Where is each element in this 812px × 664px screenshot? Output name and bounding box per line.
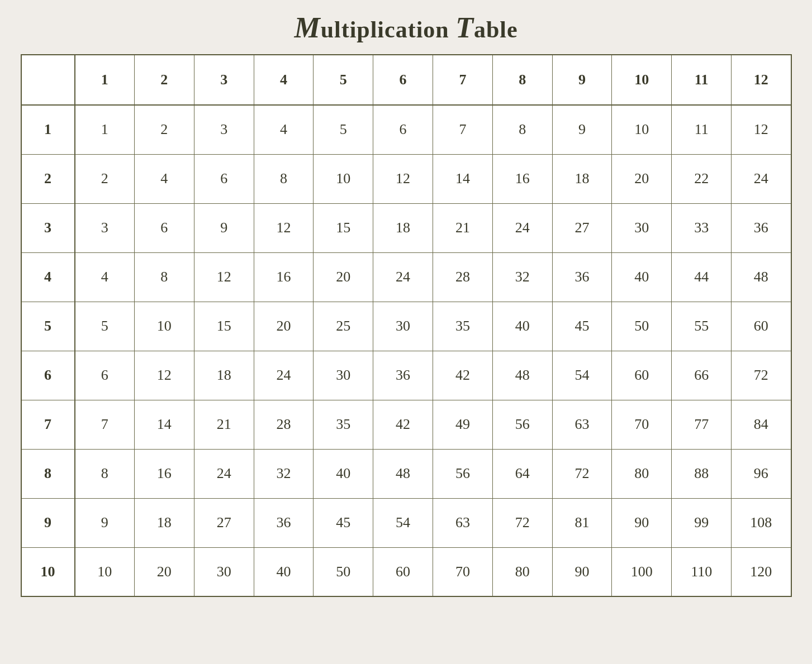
cell-9-7: 63 bbox=[433, 498, 493, 547]
cell-4-9: 36 bbox=[552, 252, 612, 302]
cell-8-8: 64 bbox=[492, 449, 552, 498]
row-header-6: 6 bbox=[21, 351, 75, 400]
col-header-10: 10 bbox=[612, 55, 672, 105]
cell-8-7: 56 bbox=[433, 449, 493, 498]
cell-7-12: 84 bbox=[732, 400, 791, 449]
cell-1-12: 12 bbox=[732, 105, 791, 154]
cell-2-4: 8 bbox=[254, 154, 314, 203]
cell-7-5: 35 bbox=[314, 400, 373, 449]
cell-1-9: 9 bbox=[552, 105, 612, 154]
cell-2-10: 20 bbox=[612, 154, 672, 203]
cell-3-4: 12 bbox=[254, 203, 314, 252]
cell-9-4: 36 bbox=[254, 498, 314, 547]
cell-4-10: 40 bbox=[612, 252, 672, 302]
cell-7-8: 56 bbox=[492, 400, 552, 449]
cell-9-9: 81 bbox=[552, 498, 612, 547]
table-row: 5 5 10 15 20 25 30 35 40 45 50 55 60 bbox=[21, 302, 791, 351]
cell-1-1: 1 bbox=[75, 105, 135, 154]
cell-10-12: 120 bbox=[732, 547, 791, 596]
cell-4-5: 20 bbox=[314, 252, 373, 302]
col-header-7: 7 bbox=[433, 55, 493, 105]
cell-1-4: 4 bbox=[254, 105, 314, 154]
cell-2-3: 6 bbox=[194, 154, 254, 203]
col-header-12: 12 bbox=[732, 55, 791, 105]
cell-9-10: 90 bbox=[612, 498, 672, 547]
cell-3-10: 30 bbox=[612, 203, 672, 252]
cell-5-12: 60 bbox=[732, 302, 791, 351]
cell-1-8: 8 bbox=[492, 105, 552, 154]
cell-8-5: 40 bbox=[314, 449, 373, 498]
cell-6-5: 30 bbox=[314, 351, 373, 400]
cell-10-9: 90 bbox=[552, 547, 612, 596]
cell-3-9: 27 bbox=[552, 203, 612, 252]
cell-3-6: 18 bbox=[373, 203, 433, 252]
cell-5-10: 50 bbox=[612, 302, 672, 351]
row-header-8: 8 bbox=[21, 449, 75, 498]
cell-4-11: 44 bbox=[672, 252, 732, 302]
col-header-5: 5 bbox=[314, 55, 373, 105]
cell-6-3: 18 bbox=[194, 351, 254, 400]
cell-9-12: 108 bbox=[732, 498, 791, 547]
cell-7-4: 28 bbox=[254, 400, 314, 449]
cell-4-1: 4 bbox=[75, 252, 135, 302]
cell-2-7: 14 bbox=[433, 154, 493, 203]
cell-4-3: 12 bbox=[194, 252, 254, 302]
cell-8-11: 88 bbox=[672, 449, 732, 498]
cell-6-1: 6 bbox=[75, 351, 135, 400]
cell-6-2: 12 bbox=[134, 351, 194, 400]
cell-6-8: 48 bbox=[492, 351, 552, 400]
table-row: 7 7 14 21 28 35 42 49 56 63 70 77 84 bbox=[21, 400, 791, 449]
cell-4-8: 32 bbox=[492, 252, 552, 302]
row-header-4: 4 bbox=[21, 252, 75, 302]
multiplication-table: 1 2 3 4 5 6 7 8 9 10 11 12 1 1 2 3 4 5 6… bbox=[21, 54, 792, 597]
row-header-7: 7 bbox=[21, 400, 75, 449]
cell-8-9: 72 bbox=[552, 449, 612, 498]
cell-6-4: 24 bbox=[254, 351, 314, 400]
cell-8-4: 32 bbox=[254, 449, 314, 498]
cell-5-9: 45 bbox=[552, 302, 612, 351]
col-header-4: 4 bbox=[254, 55, 314, 105]
header-row: 1 2 3 4 5 6 7 8 9 10 11 12 bbox=[21, 55, 791, 105]
col-header-1: 1 bbox=[75, 55, 135, 105]
cell-6-7: 42 bbox=[433, 351, 493, 400]
table-row: 1 1 2 3 4 5 6 7 8 9 10 11 12 bbox=[21, 105, 791, 154]
cell-3-8: 24 bbox=[492, 203, 552, 252]
cell-2-6: 12 bbox=[373, 154, 433, 203]
cell-10-2: 20 bbox=[134, 547, 194, 596]
cell-2-9: 18 bbox=[552, 154, 612, 203]
cell-4-7: 28 bbox=[433, 252, 493, 302]
cell-9-2: 18 bbox=[134, 498, 194, 547]
cell-1-10: 10 bbox=[612, 105, 672, 154]
cell-8-3: 24 bbox=[194, 449, 254, 498]
row-header-1: 1 bbox=[21, 105, 75, 154]
cell-6-6: 36 bbox=[373, 351, 433, 400]
row-header-10: 10 bbox=[21, 547, 75, 596]
cell-9-6: 54 bbox=[373, 498, 433, 547]
cell-2-8: 16 bbox=[492, 154, 552, 203]
table-row: 2 2 4 6 8 10 12 14 16 18 20 22 24 bbox=[21, 154, 791, 203]
cell-2-2: 4 bbox=[134, 154, 194, 203]
cell-10-11: 110 bbox=[672, 547, 732, 596]
cell-2-11: 22 bbox=[672, 154, 732, 203]
cell-1-7: 7 bbox=[433, 105, 493, 154]
cell-7-9: 63 bbox=[552, 400, 612, 449]
cell-10-3: 30 bbox=[194, 547, 254, 596]
col-header-8: 8 bbox=[492, 55, 552, 105]
cell-7-7: 49 bbox=[433, 400, 493, 449]
cell-5-6: 30 bbox=[373, 302, 433, 351]
col-header-11: 11 bbox=[672, 55, 732, 105]
cell-5-1: 5 bbox=[75, 302, 135, 351]
cell-10-10: 100 bbox=[612, 547, 672, 596]
cell-4-2: 8 bbox=[134, 252, 194, 302]
cell-7-11: 77 bbox=[672, 400, 732, 449]
cell-9-1: 9 bbox=[75, 498, 135, 547]
cell-10-7: 70 bbox=[433, 547, 493, 596]
cell-3-1: 3 bbox=[75, 203, 135, 252]
cell-3-7: 21 bbox=[433, 203, 493, 252]
cell-8-1: 8 bbox=[75, 449, 135, 498]
col-header-2: 2 bbox=[134, 55, 194, 105]
table-row: 6 6 12 18 24 30 36 42 48 54 60 66 72 bbox=[21, 351, 791, 400]
cell-6-11: 66 bbox=[672, 351, 732, 400]
cell-8-12: 96 bbox=[732, 449, 791, 498]
cell-3-2: 6 bbox=[134, 203, 194, 252]
